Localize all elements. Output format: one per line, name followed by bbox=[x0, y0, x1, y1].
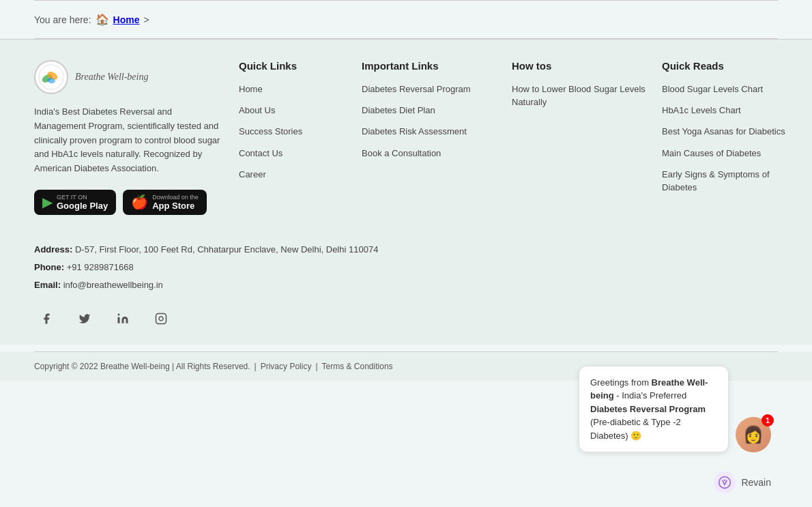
important-link-risk[interactable]: Diabetes Risk Assessment bbox=[362, 126, 467, 136]
list-item: Blood Sugar Levels Chart bbox=[662, 83, 798, 96]
twitter-icon[interactable] bbox=[72, 306, 97, 331]
social-icons bbox=[34, 306, 778, 331]
important-link-diet[interactable]: Diabetes Diet Plan bbox=[362, 105, 435, 115]
app-store-text: Download on the App Store bbox=[152, 194, 199, 211]
google-play-text: GET IT ON Google Play bbox=[57, 194, 108, 211]
quick-link-success[interactable]: Success Stories bbox=[239, 126, 302, 136]
list-item: Main Causes of Diabetes bbox=[662, 147, 798, 160]
footer-grid: Breathe Well-being India's Best Diabetes… bbox=[34, 60, 778, 215]
email-line: Email: info@breathewellbeing.in bbox=[34, 278, 778, 293]
quick-reads-list: Blood Sugar Levels Chart HbA1c Levels Ch… bbox=[662, 83, 798, 194]
breadcrumb-prefix: You are here: bbox=[34, 14, 91, 25]
list-item: Success Stories bbox=[239, 125, 348, 138]
quick-read-blood-sugar[interactable]: Blood Sugar Levels Chart bbox=[662, 84, 763, 94]
email-label: Email: bbox=[34, 280, 61, 290]
footer-address: Address: D-57, First Floor, 100 Feet Rd,… bbox=[0, 229, 812, 345]
app-store-button[interactable]: 🍎 Download on the App Store bbox=[123, 190, 207, 215]
apple-icon: 🍎 bbox=[131, 194, 148, 210]
revain-bar[interactable]: Revain bbox=[714, 472, 771, 493]
important-links-list: Diabetes Reversal Program Diabetes Diet … bbox=[362, 83, 498, 160]
breadcrumb-separator: > bbox=[143, 14, 149, 25]
quick-link-home[interactable]: Home bbox=[239, 84, 263, 94]
privacy-policy-link[interactable]: Privacy Policy bbox=[261, 362, 312, 371]
phone-line: Phone: +91 9289871668 bbox=[34, 260, 778, 275]
quick-links-list: Home About Us Success Stories Contact Us… bbox=[239, 83, 348, 181]
quick-links-column: Quick Links Home About Us Success Storie… bbox=[239, 60, 348, 181]
facebook-icon[interactable] bbox=[34, 306, 59, 331]
copyright-text: Copyright © 2022 Breathe Well-being | Al… bbox=[34, 362, 250, 371]
google-play-button[interactable]: ▶ GET IT ON Google Play bbox=[34, 190, 116, 215]
home-icon: 🏠 bbox=[96, 13, 109, 26]
breadcrumb-home-link[interactable]: Home bbox=[113, 14, 140, 25]
svg-point-7 bbox=[719, 477, 731, 489]
svg-point-8 bbox=[724, 479, 726, 481]
chat-widget[interactable]: Greetings from Breathe Well-being - Indi… bbox=[579, 366, 771, 453]
brand-column: Breathe Well-being India's Best Diabetes… bbox=[34, 60, 225, 215]
svg-rect-5 bbox=[156, 314, 166, 324]
address-line: Address: D-57, First Floor, 100 Feet Rd,… bbox=[34, 242, 778, 257]
list-item: Book a Consultation bbox=[362, 147, 498, 160]
address-label: Address: bbox=[34, 244, 72, 255]
address-value: D-57, First Floor, 100 Feet Rd, Chhatarp… bbox=[75, 244, 378, 255]
chat-bubble[interactable]: Greetings from Breathe Well-being - Indi… bbox=[579, 366, 729, 453]
list-item: Diabetes Diet Plan bbox=[362, 104, 498, 117]
linkedin-icon[interactable] bbox=[111, 306, 135, 331]
quick-read-signs[interactable]: Early Signs & Symptoms of Diabetes bbox=[662, 169, 770, 192]
list-item: Early Signs & Symptoms of Diabetes bbox=[662, 168, 798, 194]
separator-2: | bbox=[315, 362, 317, 371]
google-play-icon: ▶ bbox=[42, 194, 53, 210]
instagram-icon[interactable] bbox=[149, 306, 173, 331]
app-buttons: ▶ GET IT ON Google Play 🍎 Download on th… bbox=[34, 190, 225, 215]
list-item: Diabetes Risk Assessment bbox=[362, 125, 498, 138]
revain-icon bbox=[714, 472, 736, 493]
list-item: How to Lower Blood Sugar Levels Naturall… bbox=[512, 83, 648, 108]
list-item: Career bbox=[239, 168, 348, 181]
quick-read-causes[interactable]: Main Causes of Diabetes bbox=[662, 148, 761, 158]
phone-label: Phone: bbox=[34, 262, 64, 272]
chat-badge: 1 bbox=[762, 414, 774, 426]
quick-reads-column: Quick Reads Blood Sugar Levels Chart HbA… bbox=[662, 60, 798, 194]
important-links-column: Important Links Diabetes Reversal Progra… bbox=[362, 60, 498, 160]
terms-link[interactable]: Terms & Conditions bbox=[322, 362, 393, 371]
quick-read-hba1c[interactable]: HbA1c Levels Chart bbox=[662, 105, 741, 115]
chat-greeting: Greetings from Breathe Well-being - Indi… bbox=[590, 377, 708, 441]
list-item: Best Yoga Asanas for Diabetics bbox=[662, 125, 798, 138]
important-link-consultation[interactable]: Book a Consultation bbox=[362, 148, 441, 158]
quick-reads-title: Quick Reads bbox=[662, 60, 798, 72]
svg-point-4 bbox=[118, 314, 120, 316]
how-tos-column: How tos How to Lower Blood Sugar Levels … bbox=[512, 60, 648, 108]
quick-link-about[interactable]: About Us bbox=[239, 105, 275, 115]
how-to-lower-blood-sugar[interactable]: How to Lower Blood Sugar Levels Naturall… bbox=[512, 84, 646, 107]
quick-link-career[interactable]: Career bbox=[239, 169, 266, 179]
phone-value: +91 9289871668 bbox=[67, 262, 134, 272]
brand-name: Breathe Well-being bbox=[75, 72, 148, 83]
brand-logo: Breathe Well-being bbox=[34, 60, 225, 94]
list-item: Home bbox=[239, 83, 348, 96]
email-value: info@breathewellbeing.in bbox=[63, 280, 163, 290]
brand-description: India's Best Diabetes Reversal and Manag… bbox=[34, 105, 225, 176]
list-item: HbA1c Levels Chart bbox=[662, 104, 798, 117]
separator-1: | bbox=[255, 362, 257, 371]
quick-links-title: Quick Links bbox=[239, 60, 348, 72]
footer-main: Breathe Well-being India's Best Diabetes… bbox=[0, 39, 812, 229]
breadcrumb: You are here: 🏠 Home > bbox=[0, 1, 812, 38]
important-link-reversal[interactable]: Diabetes Reversal Program bbox=[362, 84, 471, 94]
important-links-title: Important Links bbox=[362, 60, 498, 72]
how-tos-title: How tos bbox=[512, 60, 648, 72]
list-item: Contact Us bbox=[239, 147, 348, 160]
list-item: About Us bbox=[239, 104, 348, 117]
chat-avatar[interactable]: 👩 1 bbox=[736, 417, 771, 452]
revain-label: Revain bbox=[741, 477, 771, 488]
list-item: Diabetes Reversal Program bbox=[362, 83, 498, 96]
quick-read-yoga[interactable]: Best Yoga Asanas for Diabetics bbox=[662, 126, 785, 136]
how-tos-list: How to Lower Blood Sugar Levels Naturall… bbox=[512, 83, 648, 108]
quick-link-contact[interactable]: Contact Us bbox=[239, 148, 282, 158]
logo-icon bbox=[34, 60, 68, 94]
